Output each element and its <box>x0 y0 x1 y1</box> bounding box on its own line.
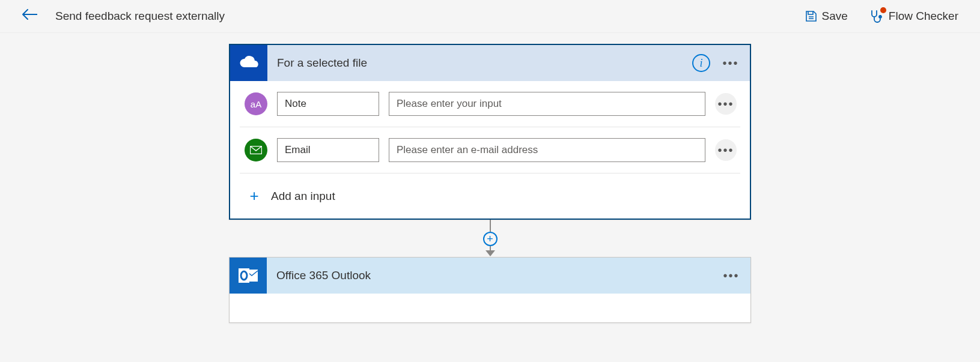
save-button[interactable]: Save <box>800 6 853 26</box>
top-bar: Send feedback request externally Save Fl… <box>0 0 980 33</box>
email-type-icon <box>245 139 267 161</box>
trigger-title: For a selected file <box>277 56 692 70</box>
plus-icon: + <box>247 187 261 205</box>
save-label: Save <box>822 10 848 23</box>
trigger-card[interactable]: For a selected file i ••• aA ••• ••• + <box>229 44 751 220</box>
input-value-field[interactable] <box>389 138 705 162</box>
input-value-field[interactable] <box>389 92 705 116</box>
add-step-button[interactable]: + <box>483 232 498 246</box>
trigger-more-button[interactable]: ••• <box>720 54 741 72</box>
trigger-header[interactable]: For a selected file i ••• <box>230 45 750 81</box>
add-input-label: Add an input <box>271 190 335 203</box>
connector: + <box>483 220 498 257</box>
text-type-icon: aA <box>245 92 267 115</box>
input-row: ••• <box>240 127 740 173</box>
stethoscope-icon <box>869 10 884 23</box>
flow-checker-label: Flow Checker <box>889 10 958 23</box>
arrow-down-icon <box>485 250 495 256</box>
flow-title: Send feedback request externally <box>55 10 788 23</box>
input-row-more-button[interactable]: ••• <box>715 93 737 115</box>
outlook-icon <box>230 258 267 294</box>
action-title: Office 365 Outlook <box>276 269 720 282</box>
action-more-button[interactable]: ••• <box>720 267 742 285</box>
action-card[interactable]: Office 365 Outlook ••• <box>229 257 751 323</box>
connector-line <box>490 220 491 232</box>
flow-checker-button[interactable]: Flow Checker <box>865 6 963 26</box>
action-body <box>230 294 750 322</box>
input-name-field[interactable] <box>277 92 379 116</box>
input-row: aA ••• <box>240 81 740 127</box>
action-header[interactable]: Office 365 Outlook ••• <box>230 258 750 294</box>
trigger-body: aA ••• ••• + Add an input <box>230 81 750 219</box>
alert-dot-icon <box>880 7 886 13</box>
save-icon <box>805 10 817 22</box>
input-row-more-button[interactable]: ••• <box>715 139 737 161</box>
add-input-button[interactable]: + Add an input <box>240 173 740 219</box>
back-button[interactable] <box>17 6 42 26</box>
info-icon[interactable]: i <box>692 54 710 72</box>
flow-canvas: For a selected file i ••• aA ••• ••• + <box>0 33 980 323</box>
input-name-field[interactable] <box>277 138 379 162</box>
onedrive-icon <box>230 45 267 81</box>
